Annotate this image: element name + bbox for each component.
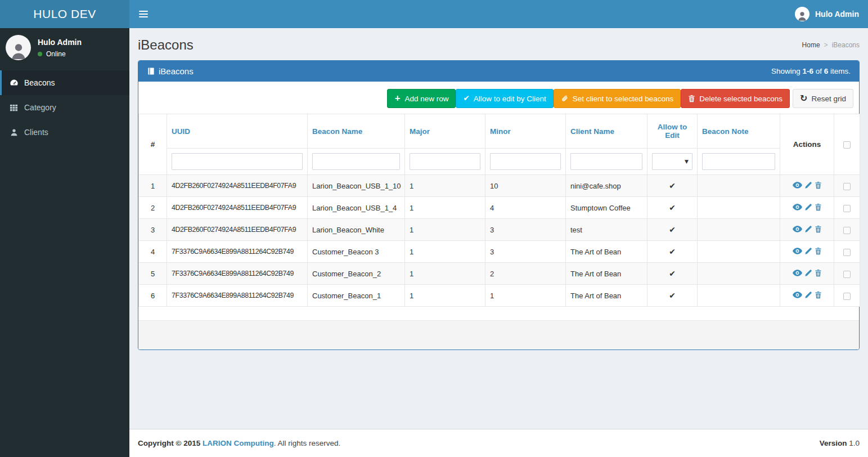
actions-cell [780,197,834,219]
sidebar-item-clients[interactable]: Clients [0,120,129,145]
breadcrumb-separator: > [824,41,828,49]
client-name-cell: test [566,219,647,241]
major-cell: 1 [405,285,485,307]
header-row: # UUID Beacon Name Major Minor Client Na… [139,114,860,149]
major-cell: 1 [405,197,485,219]
edit-icon[interactable] [804,181,812,189]
allow-to-edit-check-icon: ✔ [647,219,698,241]
delete-icon[interactable] [815,203,822,211]
app-logo[interactable]: HULO DEV [0,0,129,28]
top-navbar: Hulo Admin [129,0,868,28]
content-area: iBeacons Home > iBeacons iBeacons [129,28,868,429]
edit-icon[interactable] [804,225,812,233]
minor-filter-input[interactable] [490,153,561,170]
dashboard-icon [9,78,19,87]
allow-to-edit-filter-select[interactable]: ▼ [652,153,692,170]
minor-cell: 3 [485,241,566,263]
delete-icon[interactable] [815,247,822,255]
table-row: 6 7F3376C9A6634E899A8811264C92B749 Custo… [139,285,860,307]
view-icon[interactable] [793,182,802,189]
breadcrumb-current: iBeacons [832,41,860,49]
col-header-minor[interactable]: Minor [485,114,566,149]
reset-grid-button[interactable]: ↻ Reset grid [793,89,853,108]
minor-cell: 1 [485,285,566,307]
row-index: 5 [139,263,167,285]
set-client-button[interactable]: Set client to selected beacons [554,89,681,108]
view-icon[interactable] [793,292,802,298]
delete-selected-button[interactable]: Delete selected beacons [681,89,790,108]
allow-to-edit-check-icon: ✔ [647,285,698,307]
sidebar-item-label: Beacons [24,78,55,87]
table-row: 4 7F3376C9A6634E899A8811264C92B749 Custo… [139,241,860,263]
online-status-label: Online [46,50,66,58]
row-checkbox[interactable] [843,183,851,190]
delete-icon[interactable] [815,269,822,277]
view-icon[interactable] [793,226,802,232]
avatar [6,35,31,60]
beacon-name-filter-input[interactable] [312,153,400,170]
items-summary: Showing 1-6 of 6 items. [771,67,851,75]
view-icon[interactable] [793,270,802,276]
col-header-client-name[interactable]: Client Name [566,114,647,149]
navbar-user-menu[interactable]: Hulo Admin [786,0,868,28]
delete-icon[interactable] [815,225,822,233]
hamburger-icon[interactable] [129,0,158,28]
check-icon: ✔ [463,95,469,102]
filter-row: ▼ [139,149,860,175]
major-cell: 1 [405,241,485,263]
sidebar-user-panel: Hulo Admin Online [0,28,129,68]
view-icon[interactable] [793,248,802,254]
table-row: 3 4D2FB260F0274924A8511EEDB4F07FA9 Lario… [139,219,860,241]
uuid-filter-input[interactable] [172,153,303,170]
col-header-allow-to-edit[interactable]: Allow to Edit [647,114,698,149]
major-cell: 1 [405,175,485,197]
delete-icon[interactable] [815,181,822,189]
beacon-note-filter-input[interactable] [702,153,775,170]
client-name-cell: nini@cafe.shop [566,175,647,197]
edit-icon[interactable] [804,291,812,299]
edit-icon[interactable] [804,203,812,211]
row-checkbox[interactable] [843,227,851,234]
major-filter-input[interactable] [410,153,480,170]
delete-icon[interactable] [815,291,822,299]
col-header-beacon-note[interactable]: Beacon Note [698,114,780,149]
company-link[interactable]: LARION Computing [203,439,274,447]
allow-edit-by-client-button[interactable]: ✔ Allow to edit by Client [456,89,553,108]
sidebar-item-beacons[interactable]: Beacons [0,70,129,95]
col-header-uuid[interactable]: UUID [167,114,308,149]
person-icon [9,41,28,60]
page-title: iBeacons [138,37,194,53]
chevron-down-icon: ▼ [685,159,689,164]
edit-icon[interactable] [804,247,812,255]
allow-to-edit-check-icon: ✔ [647,197,698,219]
beacon-name-cell: Customer_Beacon_1 [308,285,405,307]
actions-cell [780,219,834,241]
row-checkbox[interactable] [843,293,851,300]
sidebar: HULO DEV Hulo Admin Online [0,0,129,457]
client-name-cell: The Art of Bean [566,285,647,307]
actions-cell [780,175,834,197]
breadcrumb-home-link[interactable]: Home [802,41,820,49]
uuid-cell: 4D2FB260F0274924A8511EEDB4F07FA9 [167,219,308,241]
edit-icon[interactable] [804,269,812,277]
row-checkbox[interactable] [843,249,851,256]
minor-cell: 10 [485,175,566,197]
allow-to-edit-check-icon: ✔ [647,263,698,285]
client-name-filter-input[interactable] [570,153,642,170]
col-header-beacon-name[interactable]: Beacon Name [308,114,405,149]
page-footer: Copyright © 2015 LARION Computing. All r… [129,429,868,457]
add-new-row-button[interactable]: + Add new row [387,89,456,108]
minor-cell: 3 [485,219,566,241]
sidebar-item-category[interactable]: Category [0,95,129,120]
row-checkbox[interactable] [843,271,851,278]
col-header-index: # [139,114,167,175]
select-all-checkbox[interactable] [843,141,851,149]
beacon-note-cell [698,263,780,285]
view-icon[interactable] [793,204,802,210]
paperclip-icon [561,95,569,102]
version-text: Version 1.0 [820,439,860,447]
grid-toolbar: + Add new row ✔ Allow to edit by Client … [138,82,859,114]
ibeacons-panel: iBeacons Showing 1-6 of 6 items. + Add n… [138,60,860,350]
col-header-major[interactable]: Major [405,114,485,149]
row-checkbox[interactable] [843,205,851,212]
